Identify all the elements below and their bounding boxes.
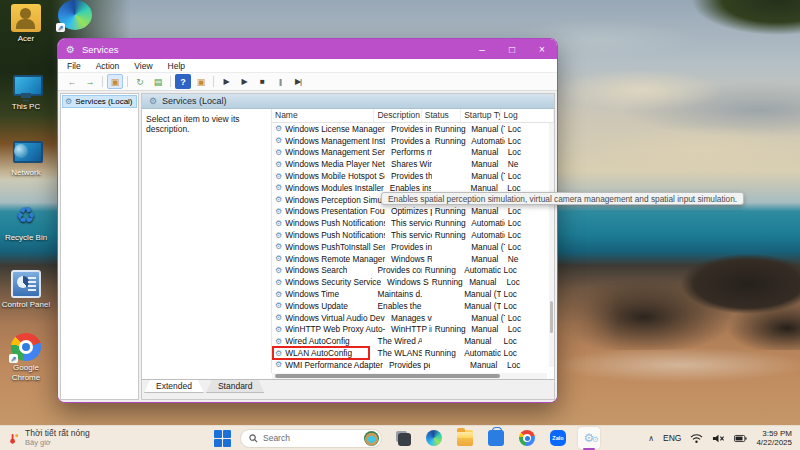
menu-action[interactable]: Action [96,61,120,71]
search-box[interactable]: Search [240,429,382,448]
tab-extended[interactable]: Extended [144,380,204,393]
back-button[interactable]: ← [64,74,80,89]
column-header-log[interactable]: Log [501,109,554,122]
service-name-cell[interactable]: ⚙Windows Push Notifications... [272,218,388,228]
service-name-cell[interactable]: ⚙Windows Update [272,301,375,311]
service-row[interactable]: ⚙Windows TimeMaintains d...Manual (Trigg… [272,288,554,300]
service-row[interactable]: ⚙Windows Management Serv...Performs ma..… [272,147,554,159]
service-gear-icon: ⚙ [275,349,282,358]
service-name-cell[interactable]: ⚙Windows Presentation Foun... [272,206,388,216]
service-name-cell[interactable]: ⚙Windows License Manager S... [272,124,388,134]
refresh-button[interactable]: ↻ [132,74,148,89]
help-button[interactable]: ? [175,74,191,89]
service-gear-icon: ⚙ [275,242,282,251]
service-row[interactable]: ⚙WinHTTP Web Proxy Auto-D...WinHTTP im..… [272,324,554,336]
resume-service-button[interactable]: ▶ [236,74,252,89]
service-row[interactable]: ⚙Windows Push Notifications...This servi… [272,217,554,229]
column-header-startup-type[interactable]: Startup Type [461,109,500,122]
tab-standard[interactable]: Standard [206,380,265,393]
stop-service-button[interactable]: ■ [254,74,270,89]
wifi-icon[interactable] [690,433,703,444]
start-service-button[interactable]: ▶ [218,74,234,89]
service-description: The WLANS... [375,348,422,358]
service-name-cell[interactable]: ⚙Windows Media Player Netw... [272,159,388,169]
restart-service-button[interactable]: ▶| [290,74,306,89]
search-daily-image[interactable] [364,431,379,446]
desktop-icon-user-folder[interactable]: Acer [0,4,52,44]
service-name-cell[interactable]: ⚙Windows Modules Installer [272,183,387,193]
service-name-cell[interactable]: ⚙Windows Push Notifications... [272,230,388,240]
service-row[interactable]: ⚙WLAN AutoConfigThe WLANS...RunningAutom… [272,347,554,359]
desktop-icon-network[interactable]: Network [0,138,52,178]
service-row[interactable]: ⚙Windows Remote Managem...Windows Re...M… [272,253,554,265]
language-indicator[interactable]: ENG [663,433,681,443]
vertical-scrollbar[interactable] [549,123,554,367]
menu-help[interactable]: Help [168,61,185,71]
service-name-cell[interactable]: ⚙Windows Remote Managem... [272,254,388,264]
export-list-button[interactable]: ▤ [150,74,166,89]
volume-muted-icon[interactable] [712,433,725,444]
service-name-cell[interactable]: ⚙WMI Performance Adapter [272,360,386,370]
minimize-button[interactable]: – [467,39,497,59]
desktop-icon-edge-shortcut[interactable]: ↗ [49,0,101,32]
service-name: Windows Push Notifications... [285,218,385,228]
service-row[interactable]: ⚙Windows Virtual Audio Devi...Manages vi… [272,312,554,324]
clock[interactable]: 3:59 PM 4/22/2025 [756,429,792,447]
service-row[interactable]: ⚙Windows Security ServiceWindows Se...Ru… [272,276,554,288]
weather-widget[interactable]: Thời tiết rất nóng Bây giờ [0,428,170,448]
taskbar-app-chrome[interactable] [516,427,538,449]
service-log-on-as: Loc [505,242,554,252]
service-row[interactable]: ⚙Windows Presentation Foun...Optimizes p… [272,206,554,218]
tree-item-services-local[interactable]: ⚙ Services (Local) [62,95,137,108]
column-header-status[interactable]: Status [422,109,461,122]
service-name-cell[interactable]: ⚙Windows Management Instr... [272,136,388,146]
maximize-button[interactable]: □ [497,39,527,59]
menu-file[interactable]: File [67,61,81,71]
taskbar-app-zalo[interactable]: Zalo [547,427,569,449]
show-hide-console-tree-button[interactable]: ▣ [107,74,123,89]
service-row[interactable]: ⚙Windows Mobile Hotspot Se...Provides th… [272,170,554,182]
desktop-icon-recycle-bin[interactable]: ♻Recycle Bin [0,203,52,243]
service-row[interactable]: ⚙Windows SearchProvides con...RunningAut… [272,265,554,277]
service-row[interactable]: ⚙Windows Management Instr...Provides a c… [272,135,554,147]
service-name-cell[interactable]: ⚙WinHTTP Web Proxy Auto-D... [272,324,388,334]
forward-button[interactable]: → [82,74,98,89]
show-hide-action-pane-button[interactable]: ▣ [193,74,209,89]
service-name-cell[interactable]: ⚙Windows Perception Simulat... [272,195,388,205]
taskbar-app-explorer[interactable] [454,427,476,449]
service-name-cell[interactable]: ⚙Windows Time [272,289,375,299]
horizontal-scrollbar-thumb[interactable] [275,374,501,378]
service-row[interactable]: ⚙WMI Performance AdapterProvides per...M… [272,359,554,371]
start-button[interactable] [212,428,232,448]
pause-service-button[interactable]: || [272,74,288,89]
column-header-name[interactable]: Name⌃ [272,109,374,122]
desktop-icon-control-panel[interactable]: Control Panel [0,270,52,310]
desktop-icon-chrome-shortcut[interactable]: ↗Google Chrome [0,333,52,383]
column-header-description[interactable]: Description [374,109,421,122]
taskbar-app-edge[interactable] [423,427,445,449]
service-row[interactable]: ⚙Windows Push Notifications...This servi… [272,229,554,241]
service-name-cell[interactable]: ⚙Windows Management Serv... [272,147,388,157]
tray-overflow-chevron-icon[interactable]: ∧ [648,434,654,443]
service-row[interactable]: ⚙Windows PushToInstall Servi...Provides … [272,241,554,253]
vertical-scrollbar-thumb[interactable] [550,301,553,333]
service-name-cell[interactable]: ⚙Wired AutoConfig [272,336,375,346]
service-name-cell[interactable]: ⚙Windows PushToInstall Servi... [272,242,388,252]
service-row[interactable]: ⚙Windows License Manager S...Provides in… [272,123,554,135]
desktop-icon-this-pc[interactable]: This PC [0,72,52,112]
service-name-cell[interactable]: ⚙WLAN AutoConfig [272,348,375,358]
service-row[interactable]: ⚙Windows UpdateEnables the ...Manual (Tr… [272,300,554,312]
taskbar-app-store[interactable] [485,427,507,449]
title-bar[interactable]: ⚙ Services –□× [58,39,557,59]
menu-view[interactable]: View [134,61,152,71]
close-button[interactable]: × [527,39,557,59]
service-name-cell[interactable]: ⚙Windows Mobile Hotspot Se... [272,171,388,181]
service-name-cell[interactable]: ⚙Windows Security Service [272,277,384,287]
service-name-cell[interactable]: ⚙Windows Search [272,265,375,275]
battery-icon[interactable] [734,433,747,444]
taskbar-app-task-view[interactable] [392,427,414,449]
service-row[interactable]: ⚙Wired AutoConfigThe Wired A...ManualLoc [272,335,554,347]
service-name-cell[interactable]: ⚙Windows Virtual Audio Devi... [272,313,388,323]
service-row[interactable]: ⚙Windows Media Player Netw...Shares Wind… [272,158,554,170]
taskbar-app-services[interactable]: ⚙ [578,427,600,449]
